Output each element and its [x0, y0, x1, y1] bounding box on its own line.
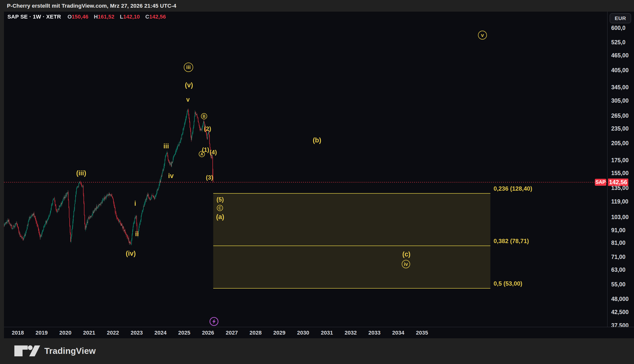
ohlc-open: O150,46 [67, 14, 88, 20]
wave-label-v[interactable]: v [478, 31, 487, 40]
price-tick: 42,500 [611, 308, 628, 315]
fib-level-line[interactable] [213, 246, 490, 246]
price-tick: 175,00 [611, 157, 628, 164]
tradingview-logo-text: TradingView [44, 346, 96, 356]
fib-level-line[interactable] [213, 288, 490, 288]
price-tick: 71,00 [611, 254, 625, 260]
year-tick-2020: 2020 [59, 330, 72, 336]
year-tick-2034: 2034 [392, 330, 404, 336]
tradingview-snapshot: P-Cherry erstellt mit TradingView.com, M… [0, 0, 634, 364]
price-tick: 55,00 [611, 281, 625, 288]
ohlc-high: H161,52 [94, 14, 114, 20]
price-tick: 305,00 [611, 97, 628, 104]
year-tick-2032: 2032 [345, 330, 357, 336]
year-tick-2025: 2025 [178, 330, 190, 336]
price-tick: 345,00 [611, 84, 628, 91]
year-tick-2030: 2030 [297, 330, 309, 336]
wave-label-ii[interactable]: ii [135, 230, 139, 238]
wave-label-iv[interactable]: iv [402, 260, 410, 268]
year-tick-2026: 2026 [202, 330, 214, 336]
current-price-line [4, 182, 607, 182]
price-tick: 525,0 [611, 39, 625, 46]
chart-area[interactable]: 0,236 (128,40)0,382 (78,71)0,5 (53,00) (… [4, 12, 634, 338]
fib-zone [213, 246, 490, 288]
wave-label-5[interactable]: (5) [217, 196, 224, 203]
price-tick: 465,00 [611, 52, 628, 58]
price-tick: 103,00 [611, 214, 628, 220]
tradingview-logo[interactable]: TradingView [14, 345, 96, 356]
last-price-badge: 142,56 [608, 178, 628, 186]
year-tick-2029: 2029 [273, 330, 286, 336]
ohlc-close: C142,56 [145, 14, 166, 20]
price-tick: 405,00 [611, 67, 628, 74]
year-tick-2019: 2019 [36, 330, 48, 336]
symbol-title[interactable]: SAP SE · 1W · XETR [8, 14, 61, 20]
wave-label-b[interactable]: (b) [313, 136, 321, 144]
currency-button[interactable]: EUR [610, 13, 631, 23]
year-tick-2018: 2018 [12, 330, 24, 336]
fib-zone [213, 194, 490, 246]
footer-bar: TradingView [0, 338, 634, 364]
year-tick-2022: 2022 [107, 330, 119, 336]
price-tick: 81,00 [611, 239, 625, 246]
year-tick-2035: 2035 [416, 330, 428, 336]
price-tick: 48,000 [611, 296, 628, 302]
wave-label-iii[interactable]: iii [184, 62, 193, 72]
symbol-bar[interactable]: SAP SE · 1W · XETR O150,46 H161,52 L142,… [8, 14, 166, 20]
wave-label-c[interactable]: (c) [402, 250, 411, 258]
year-tick-2028: 2028 [250, 330, 262, 336]
plot-region[interactable]: 0,236 (128,40)0,382 (78,71)0,5 (53,00) (… [4, 12, 607, 327]
year-tick-2021: 2021 [83, 330, 95, 336]
attribution-bar: P-Cherry erstellt mit TradingView.com, M… [0, 0, 634, 12]
wave-label-v[interactable]: (v) [185, 81, 193, 89]
wave-label-v[interactable]: v [186, 96, 190, 103]
price-tick: 600,0 [611, 25, 625, 32]
wave-label-iii[interactable]: (iii) [76, 170, 86, 177]
time-axis[interactable]: 2018201920202021202220232024202520262027… [4, 327, 634, 338]
price-tick: 155,00 [611, 170, 628, 176]
fib-level-label: 0,236 (128,40) [494, 185, 532, 192]
wave-label-3[interactable]: (3) [206, 174, 213, 181]
wave-label-iv[interactable]: (iv) [126, 250, 136, 258]
price-axis[interactable]: EUR 600,0525,0465,00405,00345,00305,0026… [607, 12, 634, 338]
price-tick: 265,00 [611, 112, 628, 119]
year-tick-2023: 2023 [131, 330, 143, 336]
fib-level-line[interactable] [213, 193, 490, 194]
wave-label-a[interactable]: (a) [216, 213, 224, 221]
year-tick-2027: 2027 [226, 330, 238, 336]
year-tick-2031: 2031 [321, 330, 333, 336]
price-tick: 63,00 [611, 266, 625, 273]
fib-level-label: 0,5 (53,00) [494, 280, 522, 287]
wave-label-iv[interactable]: iv [168, 172, 174, 180]
price-tick: 235,00 [611, 125, 628, 132]
tradingview-logo-icon [14, 345, 40, 356]
price-tick: 205,00 [611, 140, 628, 146]
price-tick: 119,00 [611, 198, 628, 205]
year-tick-2033: 2033 [368, 330, 381, 336]
symbol-price-flag: SAP [595, 179, 606, 186]
wave-label-i[interactable]: i [134, 200, 136, 208]
fib-level-label: 0,382 (78,71) [494, 238, 529, 244]
year-tick-2024: 2024 [154, 330, 167, 336]
price-tick: 91,00 [611, 227, 625, 234]
ohlc-low: L142,10 [120, 14, 140, 20]
wave-label-A[interactable]: A [199, 151, 205, 157]
wave-label-iii[interactable]: iii [163, 142, 169, 150]
wave-label-B[interactable]: B [201, 113, 207, 120]
ohlc-readout: O150,46 H161,52 L142,10 C142,56 [67, 14, 166, 20]
wave-label-C[interactable]: C [217, 205, 223, 211]
wave-label-2[interactable]: (2) [204, 125, 211, 132]
attribution-text: P-Cherry erstellt mit TradingView.com, M… [0, 3, 176, 9]
lightning-icon[interactable] [209, 316, 219, 328]
wave-label-4[interactable]: (4) [209, 149, 217, 156]
